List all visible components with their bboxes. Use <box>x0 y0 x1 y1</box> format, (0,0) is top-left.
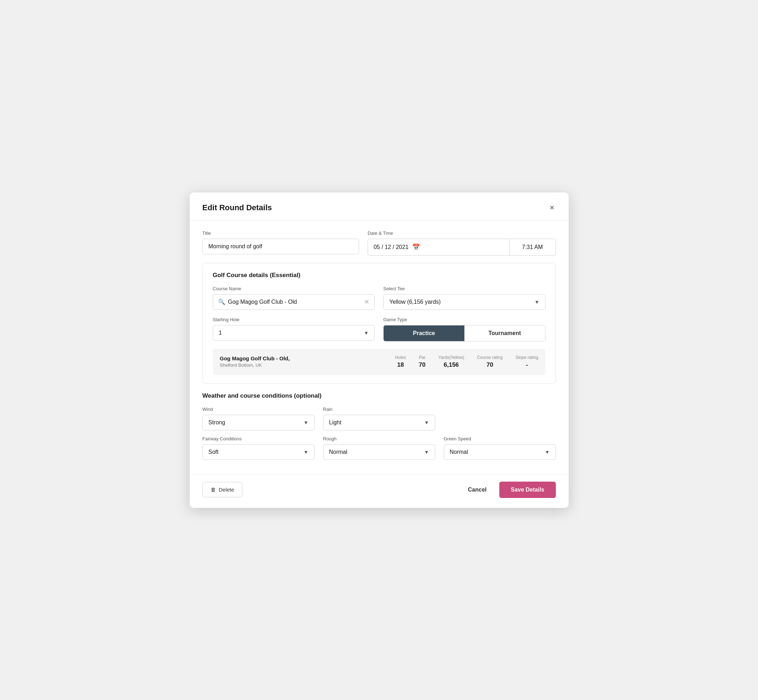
rough-group: Rough Normal ▼ <box>323 436 435 460</box>
wind-group: Wind Strong ▼ <box>202 406 315 430</box>
save-button[interactable]: Save Details <box>499 481 556 498</box>
game-type-group: Game Type Practice Tournament <box>383 317 545 341</box>
rain-dropdown[interactable]: Light ▼ <box>323 415 435 430</box>
chevron-down-icon: ▼ <box>364 330 369 336</box>
wind-rain-row: Wind Strong ▼ Rain Light ▼ <box>202 406 556 430</box>
course-info-card: Gog Magog Golf Club - Old, Shelford Bott… <box>213 348 545 375</box>
date-time-fields: 05 / 12 / 2021 📅 7:31 AM <box>368 239 556 256</box>
search-icon: 🔍 <box>218 298 225 305</box>
date-field[interactable]: 05 / 12 / 2021 📅 <box>368 239 510 256</box>
clear-course-button[interactable]: ✕ <box>364 298 370 306</box>
title-group: Title <box>202 230 359 254</box>
rough-value: Normal <box>329 449 348 455</box>
fairway-value: Soft <box>208 449 219 455</box>
modal-title: Edit Round Details <box>202 203 272 212</box>
edit-round-modal: Edit Round Details × Title Date & Time 0… <box>190 192 568 508</box>
green-speed-group: Green Speed Normal ▼ <box>444 436 556 460</box>
course-rating-label: Course rating <box>477 355 503 360</box>
course-name-main: Gog Magog Golf Club - Old, <box>220 355 395 361</box>
course-rating-value: 70 <box>477 361 503 369</box>
starting-hole-label: Starting Hole <box>213 317 375 322</box>
yards-label: Yards(Yellow) <box>439 355 464 360</box>
modal-body: Title Date & Time 05 / 12 / 2021 📅 7:31 … <box>190 220 568 474</box>
course-location: Shelford Bottom, UK <box>220 362 395 368</box>
par-label: Par <box>419 355 426 360</box>
date-value: 05 / 12 / 2021 <box>374 244 409 250</box>
rain-label: Rain <box>323 406 435 412</box>
stat-par: Par 70 <box>419 355 426 369</box>
chevron-down-icon: ▼ <box>424 449 429 455</box>
course-stats: Holes 18 Par 70 Yards(Yellow) 6,156 Cour… <box>395 355 538 369</box>
green-speed-value: Normal <box>450 449 468 455</box>
starting-hole-group: Starting Hole 1 ▼ <box>213 317 375 341</box>
rough-dropdown[interactable]: Normal ▼ <box>323 444 435 460</box>
stat-slope-rating: Slope rating - <box>515 355 538 369</box>
fairway-label: Fairway Conditions <box>202 436 315 441</box>
chevron-down-icon: ▼ <box>424 420 429 425</box>
fairway-rough-green-row: Fairway Conditions Soft ▼ Rough Normal ▼… <box>202 436 556 460</box>
yards-value: 6,156 <box>439 361 464 369</box>
rain-group: Rain Light ▼ <box>323 406 435 430</box>
chevron-down-icon: ▼ <box>304 420 309 425</box>
wind-label: Wind <box>202 406 315 412</box>
wind-dropdown[interactable]: Strong ▼ <box>202 415 315 430</box>
starting-hole-value: 1 <box>219 330 222 336</box>
title-date-row: Title Date & Time 05 / 12 / 2021 📅 7:31 … <box>202 230 556 256</box>
fairway-group: Fairway Conditions Soft ▼ <box>202 436 315 460</box>
chevron-down-icon: ▼ <box>304 449 309 455</box>
title-input[interactable] <box>202 239 359 254</box>
time-value: 7:31 AM <box>522 244 543 250</box>
green-speed-dropdown[interactable]: Normal ▼ <box>444 444 556 460</box>
rough-label: Rough <box>323 436 435 441</box>
weather-section-title: Weather and course conditions (optional) <box>202 392 556 400</box>
golf-course-title: Golf Course details (Essential) <box>213 272 545 279</box>
fairway-dropdown[interactable]: Soft ▼ <box>202 444 315 460</box>
footer-right: Cancel Save Details <box>462 481 556 498</box>
date-time-label: Date & Time <box>368 230 556 236</box>
weather-section: Weather and course conditions (optional)… <box>202 392 556 460</box>
starting-hole-dropdown[interactable]: 1 ▼ <box>213 325 375 341</box>
wind-value: Strong <box>208 419 225 426</box>
chevron-down-icon: ▼ <box>545 449 550 455</box>
cancel-button[interactable]: Cancel <box>462 482 492 497</box>
stat-course-rating: Course rating 70 <box>477 355 503 369</box>
select-tee-group: Select Tee Yellow (6,156 yards) ▼ <box>383 286 545 310</box>
course-name-label: Course Name <box>213 286 375 291</box>
holes-label: Holes <box>395 355 406 360</box>
delete-label: Delete <box>219 487 234 493</box>
stat-holes: Holes 18 <box>395 355 406 369</box>
golf-course-section: Golf Course details (Essential) Course N… <box>202 263 556 384</box>
chevron-down-icon: ▼ <box>534 299 539 305</box>
select-tee-value: Yellow (6,156 yards) <box>389 299 440 305</box>
game-type-label: Game Type <box>383 317 545 322</box>
slope-rating-value: - <box>515 361 538 369</box>
slope-rating-label: Slope rating <box>515 355 538 360</box>
delete-button[interactable]: 🗑 Delete <box>202 482 242 497</box>
course-name-field[interactable]: 🔍 Gog Magog Golf Club - Old ✕ <box>213 294 375 310</box>
game-type-toggle: Practice Tournament <box>383 325 545 341</box>
green-speed-label: Green Speed <box>444 436 556 441</box>
course-name-group: Course Name 🔍 Gog Magog Golf Club - Old … <box>213 286 375 310</box>
select-tee-dropdown[interactable]: Yellow (6,156 yards) ▼ <box>383 294 545 310</box>
title-label: Title <box>202 230 359 236</box>
date-time-group: Date & Time 05 / 12 / 2021 📅 7:31 AM <box>368 230 556 256</box>
select-tee-label: Select Tee <box>383 286 545 291</box>
rain-value: Light <box>329 419 341 426</box>
practice-button[interactable]: Practice <box>384 325 464 341</box>
holes-value: 18 <box>395 361 406 369</box>
course-info-name: Gog Magog Golf Club - Old, Shelford Bott… <box>220 355 395 368</box>
modal-header: Edit Round Details × <box>190 192 568 220</box>
close-button[interactable]: × <box>548 202 556 213</box>
tournament-button[interactable]: Tournament <box>464 325 545 341</box>
calendar-icon: 📅 <box>412 243 420 251</box>
par-value: 70 <box>419 361 426 369</box>
time-field[interactable]: 7:31 AM <box>510 239 556 256</box>
course-name-value: Gog Magog Golf Club - Old <box>228 299 362 305</box>
stat-yards: Yards(Yellow) 6,156 <box>439 355 464 369</box>
trash-icon: 🗑 <box>211 487 216 493</box>
hole-gametype-row: Starting Hole 1 ▼ Game Type Practice Tou… <box>213 317 545 341</box>
course-tee-row: Course Name 🔍 Gog Magog Golf Club - Old … <box>213 286 545 310</box>
modal-footer: 🗑 Delete Cancel Save Details <box>190 474 568 508</box>
